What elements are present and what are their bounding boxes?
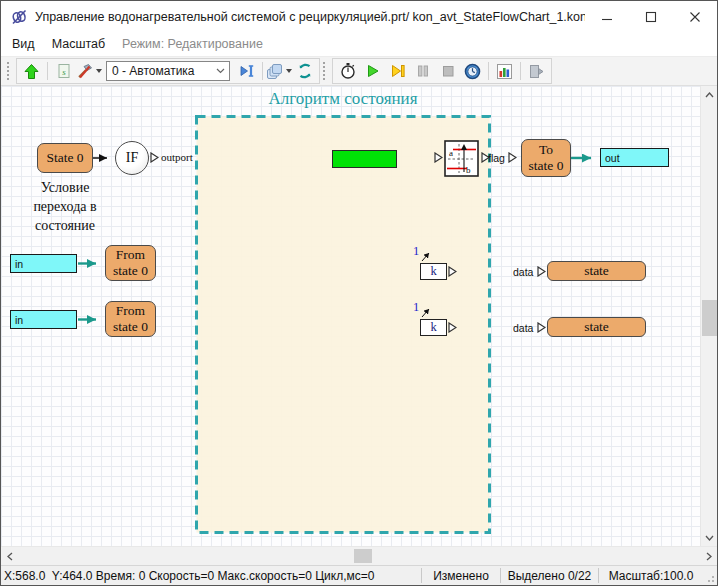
comparator-block[interactable]: a b: [444, 140, 479, 177]
pause-icon: [415, 63, 431, 79]
resize-grip[interactable]: [703, 566, 717, 585]
state-block-1[interactable]: state: [547, 261, 646, 281]
from-state0-block-2[interactable]: From state 0: [105, 301, 156, 337]
mode-combobox[interactable]: 0 - Автоматика: [106, 61, 230, 81]
out-port-block[interactable]: out: [600, 148, 669, 167]
k-label: k: [430, 320, 436, 335]
menu-view[interactable]: Вид: [12, 37, 35, 51]
state-label: state: [584, 263, 609, 279]
toolbar: s 0 - Автоматика: [1, 56, 717, 86]
port-icon: [537, 322, 546, 333]
refresh-button[interactable]: [292, 60, 317, 83]
to-state0-block[interactable]: To state 0: [521, 139, 571, 177]
titlebar: Управление водонагревательной системой с…: [1, 1, 717, 32]
state0-label: State 0: [46, 150, 83, 166]
k-block-1[interactable]: k: [420, 263, 447, 280]
clock-icon: [464, 63, 481, 80]
condition-note: Условие перехода в состояние: [3, 178, 127, 235]
in-port-block-1[interactable]: in: [10, 254, 77, 273]
vertical-scroll-thumb[interactable]: [702, 300, 717, 336]
k2-const-label: 1: [413, 300, 419, 315]
chevron-down-icon: [216, 68, 225, 74]
layers-icon: [266, 63, 283, 80]
play-icon: [365, 63, 381, 79]
step-icon: [390, 63, 406, 79]
stopwatch-icon: [339, 62, 357, 80]
comparator-icon: a b: [444, 140, 479, 177]
maximize-button[interactable]: [629, 1, 673, 32]
run-to-cursor-button[interactable]: [385, 60, 410, 83]
chevron-down-icon: [705, 535, 714, 541]
window-controls: [585, 1, 717, 32]
stop-button[interactable]: [435, 60, 460, 83]
from-state0-line2: state 0: [113, 263, 148, 279]
k1-const-label: 1: [413, 244, 419, 259]
port-icon: [537, 266, 546, 277]
goto-block-icon: [239, 63, 255, 79]
horizontal-scroll-thumb[interactable]: [354, 549, 372, 563]
k1-const-arrow: [422, 253, 429, 261]
state-block-2[interactable]: state: [547, 317, 646, 337]
chart-button[interactable]: [492, 60, 517, 83]
from-state0-line1: From: [116, 303, 145, 319]
port-icon: [150, 152, 159, 163]
window-title: Управление водонагревательной системой с…: [35, 10, 585, 24]
toolbar-separator: [488, 62, 489, 80]
indicator-block[interactable]: [332, 150, 397, 168]
layers-button[interactable]: [266, 60, 292, 83]
toolbar-separator: [262, 62, 263, 80]
vertical-scrollbar[interactable]: [700, 86, 717, 546]
from-state0-line1: From: [116, 247, 145, 263]
data-label-1: data: [513, 266, 533, 278]
k-label: k: [430, 264, 436, 279]
from-state0-line2: state 0: [113, 319, 148, 335]
stopwatch-button[interactable]: [335, 60, 360, 83]
time-button[interactable]: [460, 60, 485, 83]
toolbar-grip[interactable]: [7, 62, 12, 80]
in-label: in: [15, 314, 23, 326]
outport-label: outport: [161, 151, 193, 163]
script-button[interactable]: s: [51, 60, 76, 83]
run-button[interactable]: [360, 60, 385, 83]
condition-line: состояние: [3, 216, 127, 235]
port-icon: [448, 266, 457, 277]
k-block-2[interactable]: k: [420, 319, 447, 336]
scroll-left-button[interactable]: [1, 547, 18, 565]
status-coordinates: X:568.0 Y:464.0 Время: 0 Скорость=0 Макс…: [1, 569, 421, 583]
toolbar-grip[interactable]: [323, 62, 328, 80]
comparator-a-label: a: [449, 148, 453, 158]
tools-button[interactable]: [76, 60, 102, 83]
toolbar-band-run: [332, 58, 552, 84]
chevron-right-icon: [706, 552, 712, 561]
out-label: out: [605, 152, 620, 164]
algorithm-title: Алгоритм состояния: [193, 89, 493, 109]
if-block[interactable]: IF: [115, 141, 149, 175]
exit-button[interactable]: [524, 60, 549, 83]
port-icon: [434, 152, 443, 163]
chevron-down-icon: [96, 69, 102, 73]
maximize-icon: [645, 11, 657, 23]
goto-block-button[interactable]: [234, 60, 259, 83]
menu-scale[interactable]: Масштаб: [52, 37, 105, 51]
condition-line: перехода в: [3, 197, 127, 216]
go-up-button[interactable]: [19, 60, 44, 83]
diagram-canvas[interactable]: Алгоритм состояния State 0 IF outport Ус…: [1, 86, 717, 546]
toolbar-band-main: s 0 - Автоматика: [16, 58, 320, 84]
app-logo-icon: [10, 8, 28, 26]
state0-block[interactable]: State 0: [37, 143, 93, 173]
port-icon: [448, 322, 457, 333]
scroll-down-button[interactable]: [701, 529, 717, 546]
close-button[interactable]: [673, 1, 717, 32]
from-state0-block-1[interactable]: From state 0: [105, 245, 156, 281]
in-port-block-2[interactable]: in: [10, 310, 77, 329]
scroll-right-button[interactable]: [700, 547, 717, 565]
minimize-button[interactable]: [585, 1, 629, 32]
horizontal-scrollbar[interactable]: [1, 546, 717, 565]
resize-grip-icon: [705, 573, 715, 583]
pause-button[interactable]: [410, 60, 435, 83]
status-scale-label: Масштаб:100.0: [609, 569, 694, 583]
menubar: Вид Масштаб Режим: Редактирование: [1, 32, 717, 56]
status-selected: Выделено 0/22: [500, 568, 598, 583]
in-label: in: [15, 258, 23, 270]
scroll-up-button[interactable]: [701, 86, 717, 103]
